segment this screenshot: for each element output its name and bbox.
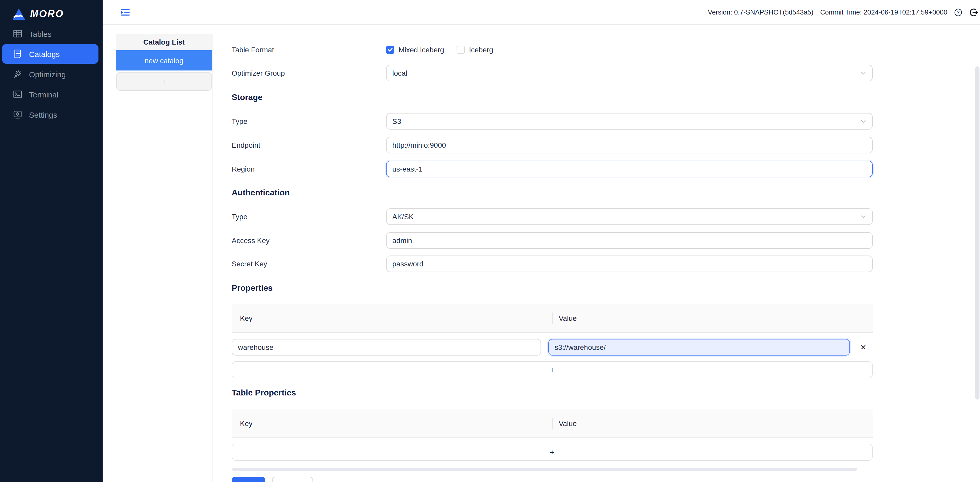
sidebar-menu: Tables Catalogs Optimizing Terminal [0,23,103,125]
chevron-down-icon [860,213,867,220]
app-root: MORO Tables Catalogs Optimizing [0,0,980,482]
properties-heading: Properties [232,282,273,294]
panel-divider [213,34,213,482]
cancel-button[interactable] [272,477,313,482]
property-key-input[interactable] [232,339,541,356]
catalog-list-panel: Catalog List new catalog + [116,34,212,91]
sidebar-item-tables[interactable]: Tables [2,24,99,43]
storage-type-row: Type S3 [232,113,873,130]
catalog-list-title: Catalog List [116,34,212,50]
sidebar-item-label: Tables [29,29,52,38]
endpoint-label: Endpoint [232,141,386,149]
optimizer-group-row: Optimizer Group local [232,65,873,81]
storage-type-select[interactable]: S3 [386,113,873,130]
logout-icon[interactable] [969,8,978,17]
sidebar-item-label: Optimizing [29,70,66,78]
auth-type-select[interactable]: AK/SK [386,208,873,225]
save-button[interactable] [232,477,265,482]
chevron-down-icon [860,70,867,76]
auth-type-row: Type AK/SK [232,208,873,225]
add-property-button[interactable]: + [232,361,873,379]
header-right: Version: 0.7-SNAPSHOT(5d543a5) Commit Ti… [708,8,978,17]
region-label: Region [232,165,386,173]
sidebar-item-catalogs[interactable]: Catalogs [2,44,99,64]
auth-type-value: AK/SK [392,213,414,221]
catalog-list-item[interactable]: new catalog [116,50,212,70]
table-properties-value-header: Value [553,419,577,428]
optimizer-group-value: local [392,69,407,77]
sidebar-item-label: Settings [29,110,57,119]
table-format-options: Mixed Iceberg Iceberg [386,46,873,54]
checkbox-checked-icon[interactable] [386,46,395,54]
sidebar-item-optimizing[interactable]: Optimizing [2,64,99,84]
help-question-icon[interactable]: ? [954,8,963,16]
table-format-row: Table Format Mixed Iceberg Iceberg [232,41,873,58]
region-row: Region [232,161,873,177]
sidebar-fold-icon[interactable] [121,8,130,17]
checkbox-label: Iceberg [469,46,493,54]
sidebar-item-label: Terminal [29,90,58,99]
add-table-property-button[interactable]: + [232,444,873,461]
main-content: Catalog List new catalog + Table Format … [103,25,980,482]
logo-text: MORO [30,8,64,20]
sidebar: MORO Tables Catalogs Optimizing [0,0,103,482]
svg-text:?: ? [957,10,959,15]
endpoint-row: Endpoint [232,137,873,153]
optimizer-group-label: Optimizer Group [232,69,386,77]
checkbox-label: Mixed Iceberg [399,46,444,54]
sidebar-item-label: Catalogs [29,49,60,58]
property-value-input[interactable] [548,339,850,356]
storage-type-value: S3 [392,117,401,126]
checkbox-iceberg[interactable]: Iceberg [457,46,493,54]
properties-value-header: Value [553,314,577,322]
secret-key-input[interactable] [386,256,873,272]
auth-type-label: Type [232,213,386,221]
horizontal-scrollbar[interactable] [232,468,857,471]
logo: MORO [0,0,103,23]
chevron-down-icon [860,118,867,124]
endpoint-input[interactable] [386,137,873,153]
properties-row: ✕ [232,339,873,356]
table-properties-heading: Table Properties [232,387,296,399]
secret-key-row: Secret Key [232,256,873,272]
vertical-scrollbar-thumb[interactable] [975,66,980,399]
table-format-label: Table Format [232,46,386,54]
access-key-row: Access Key [232,232,873,249]
properties-table-header: Key Value [232,304,873,333]
amoro-logo-icon [13,8,25,20]
table-properties-table-header: Key Value [232,409,873,438]
terminal-icon [13,90,22,99]
table-icon [13,29,22,38]
top-header: Version: 0.7-SNAPSHOT(5d543a5) Commit Ti… [103,0,980,25]
optimizer-group-select[interactable]: local [386,65,873,81]
version-text: Version: 0.7-SNAPSHOT(5d543a5) [708,8,814,16]
storage-heading: Storage [232,92,262,103]
add-catalog-button[interactable]: + [116,72,212,91]
table-properties-key-header: Key [232,419,552,428]
catalog-list-icon [13,49,22,59]
region-input[interactable] [386,161,873,177]
remove-property-icon[interactable]: ✕ [860,344,866,351]
authentication-heading: Authentication [232,187,290,199]
access-key-label: Access Key [232,236,386,245]
access-key-input[interactable] [386,232,873,249]
sidebar-item-terminal[interactable]: Terminal [2,84,99,104]
commit-time-text: Commit Time: 2024-06-19T02:17:59+0000 [820,8,947,16]
checkbox-unchecked-icon[interactable] [457,46,465,54]
sidebar-item-settings[interactable]: Settings [2,105,99,124]
storage-type-label: Type [232,117,386,126]
secret-key-label: Secret Key [232,260,386,268]
properties-key-header: Key [232,314,552,322]
checkbox-mixed-iceberg[interactable]: Mixed Iceberg [386,46,444,54]
catalog-form: Table Format Mixed Iceberg Iceberg [232,25,873,482]
optimizing-gear-icon [13,70,22,79]
settings-monitor-icon [13,110,22,119]
